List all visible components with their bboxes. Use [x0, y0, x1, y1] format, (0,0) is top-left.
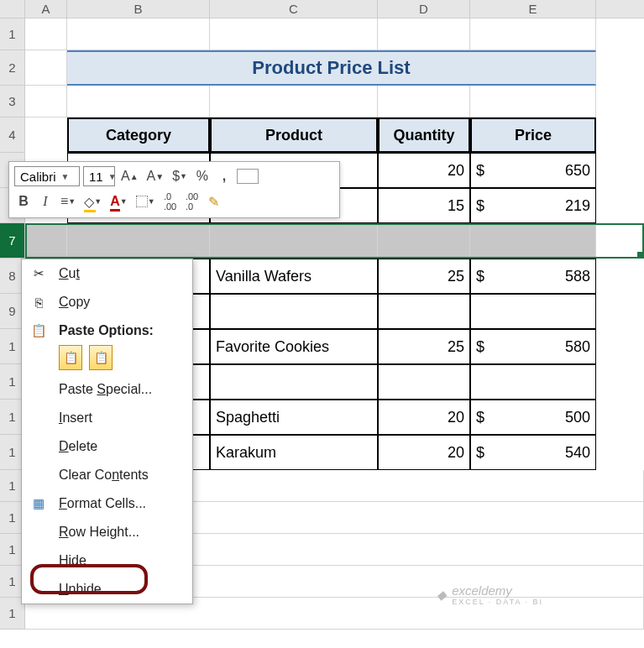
menu-format-cells[interactable]: ▦ Format Cells... — [22, 489, 192, 518]
italic-button[interactable]: I — [36, 191, 55, 212]
menu-insert[interactable]: Insert — [22, 404, 192, 432]
currency-format-button[interactable]: $▼ — [170, 166, 190, 186]
menu-label: Cut — [59, 266, 80, 281]
scissors-icon: ✂ — [30, 265, 47, 282]
cell-E9[interactable] — [470, 294, 596, 329]
cell-C8[interactable]: Vanilla Wafers — [210, 259, 378, 294]
cell-D9[interactable] — [378, 294, 470, 329]
title-cell[interactable]: Product Price List — [67, 50, 596, 86]
price-value: 580 — [565, 338, 590, 356]
cell-D3[interactable] — [378, 86, 470, 118]
fill-color-button[interactable]: ◇▼ — [81, 191, 104, 212]
cell-E10[interactable]: $580 — [470, 329, 596, 364]
comma-format-button[interactable]: , — [215, 166, 233, 186]
select-all-corner[interactable] — [0, 0, 25, 18]
decrease-decimal-button[interactable]: .00.0 — [183, 191, 202, 212]
border-button[interactable]: ▼ — [134, 191, 158, 212]
menu-label: Clear Contents — [59, 468, 149, 483]
cell-D1[interactable] — [378, 18, 470, 50]
menu-paste-options: 📋 Paste Options: — [22, 316, 192, 345]
cell-B7[interactable] — [67, 223, 210, 259]
cell-E7[interactable] — [470, 223, 596, 259]
cell-D10[interactable]: 25 — [378, 329, 470, 364]
menu-row-height[interactable]: Row Height... — [22, 518, 192, 546]
increase-font-button[interactable]: A▲ — [118, 166, 141, 186]
fill-handle[interactable] — [637, 252, 644, 259]
cell-D7[interactable] — [378, 223, 470, 259]
menu-label: Delete — [59, 439, 97, 454]
paste-option-2[interactable]: 📋 — [89, 345, 113, 370]
cell-C1[interactable] — [210, 18, 378, 50]
cell-C12[interactable]: Spaghetti — [210, 400, 378, 435]
col-header-A[interactable]: A — [25, 0, 67, 18]
paste-option-1[interactable]: 📋 — [59, 345, 82, 370]
col-header-C[interactable]: C — [210, 0, 378, 18]
menu-cut[interactable]: ✂ Cut — [22, 259, 192, 288]
row-header-2[interactable]: 2 — [0, 50, 25, 86]
row-7-selected[interactable]: 7 — [0, 223, 644, 259]
cell-A2[interactable] — [25, 50, 67, 86]
font-name-combo[interactable]: Calibri▼ — [14, 166, 80, 186]
row-header-4[interactable]: 4 — [0, 118, 25, 153]
cell-E6[interactable]: $219 — [470, 188, 596, 223]
menu-paste-special[interactable]: Paste Special... — [22, 375, 192, 404]
font-size-combo[interactable]: 11▼ — [83, 166, 115, 186]
cell-D11[interactable] — [378, 364, 470, 400]
cell-C7[interactable] — [210, 223, 378, 259]
watermark-sub: EXCEL · DATA · BI — [452, 598, 543, 606]
col-header-E[interactable]: E — [470, 0, 596, 18]
header-category[interactable]: Category — [67, 118, 210, 153]
cell-E3[interactable] — [470, 86, 596, 118]
menu-delete[interactable]: Delete — [22, 432, 192, 461]
row-header-7[interactable]: 7 — [0, 223, 25, 259]
cell-E11[interactable] — [470, 364, 596, 400]
currency-symbol: $ — [476, 409, 484, 426]
cell-E8[interactable]: $588 — [470, 259, 596, 294]
percent-format-button[interactable]: % — [193, 166, 212, 186]
cell-A3[interactable] — [25, 86, 67, 118]
merge-center-button[interactable] — [237, 169, 259, 184]
menu-clear-contents[interactable]: Clear Contents — [22, 461, 192, 489]
paste-options-row: 📋 📋 — [22, 345, 192, 375]
cell-A4[interactable] — [25, 118, 67, 153]
price-value: 500 — [565, 409, 590, 426]
format-painter-button[interactable]: ✎ — [205, 191, 223, 212]
cell-A7[interactable] — [25, 223, 67, 259]
column-header-row: A B C D E — [0, 0, 644, 18]
currency-symbol: $ — [476, 338, 484, 356]
header-product[interactable]: Product — [210, 118, 378, 153]
watermark: ◆ exceldemy EXCEL · DATA · BI — [437, 583, 543, 606]
align-button[interactable]: ≡▼ — [58, 191, 78, 212]
cell-D5[interactable]: 20 — [378, 153, 470, 188]
watermark-icon: ◆ — [437, 588, 447, 603]
cell-C3[interactable] — [210, 86, 378, 118]
increase-decimal-button[interactable]: .0.00 — [161, 191, 180, 212]
cell-C9[interactable] — [210, 294, 378, 329]
row-header-1[interactable]: 1 — [0, 18, 25, 50]
cell-B1[interactable] — [67, 18, 210, 50]
col-header-D[interactable]: D — [378, 0, 470, 18]
bold-button[interactable]: B — [14, 191, 33, 212]
cell-D12[interactable]: 20 — [378, 400, 470, 435]
menu-copy[interactable]: ⎘ Copy — [22, 288, 192, 316]
cell-E12[interactable]: $500 — [470, 400, 596, 435]
cell-E1[interactable] — [470, 18, 596, 50]
col-header-B[interactable]: B — [67, 0, 210, 18]
font-color-button[interactable]: A▼ — [107, 191, 129, 212]
decrease-font-button[interactable]: A▼ — [144, 166, 167, 186]
cell-D6[interactable]: 15 — [378, 188, 470, 223]
header-price[interactable]: Price — [470, 118, 596, 153]
cell-C10[interactable]: Favorite Cookies — [210, 329, 378, 364]
cell-A1[interactable] — [25, 18, 67, 50]
row-header-3[interactable]: 3 — [0, 86, 25, 118]
cell-C11[interactable] — [210, 364, 378, 400]
cell-C13[interactable]: Karakum — [210, 435, 378, 470]
cell-B3[interactable] — [67, 86, 210, 118]
cell-D13[interactable]: 20 — [378, 435, 470, 470]
cell-D8[interactable]: 25 — [378, 259, 470, 294]
header-quantity[interactable]: Quantity — [378, 118, 470, 153]
cell-E13[interactable]: $540 — [470, 435, 596, 470]
menu-label: Row Height... — [59, 525, 139, 540]
currency-symbol: $ — [476, 268, 484, 285]
cell-E5[interactable]: $650 — [470, 153, 596, 188]
